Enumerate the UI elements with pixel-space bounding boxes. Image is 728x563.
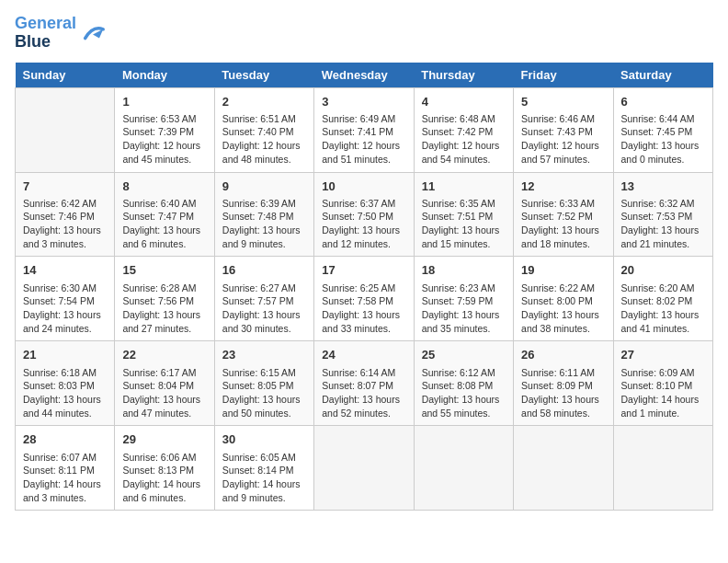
calendar-cell: 23 Sunrise: 6:15 AM Sunset: 8:05 PM Dayl… — [214, 341, 313, 426]
header-thursday: Thursday — [414, 63, 513, 88]
calendar-cell — [16, 87, 115, 172]
day-number: 11 — [422, 178, 506, 195]
calendar-cell: 11 Sunrise: 6:35 AM Sunset: 7:51 PM Dayl… — [414, 172, 513, 257]
cell-content: Sunrise: 6:46 AM Sunset: 7:43 PM Dayligh… — [521, 112, 605, 167]
calendar-cell: 13 Sunrise: 6:32 AM Sunset: 7:53 PM Dayl… — [613, 172, 712, 257]
cell-content: Sunrise: 6:32 AM Sunset: 7:53 PM Dayligh… — [621, 197, 705, 251]
calendar-cell: 26 Sunrise: 6:11 AM Sunset: 8:09 PM Dayl… — [514, 341, 613, 426]
calendar-cell: 27 Sunrise: 6:09 AM Sunset: 8:10 PM Dayl… — [613, 341, 712, 426]
cell-content: Sunrise: 6:23 AM Sunset: 7:59 PM Dayligh… — [422, 282, 506, 336]
day-number: 13 — [621, 178, 705, 195]
header-tuesday: Tuesday — [214, 63, 313, 88]
cell-content: Sunrise: 6:40 AM Sunset: 7:47 PM Dayligh… — [122, 197, 206, 251]
calendar-cell: 18 Sunrise: 6:23 AM Sunset: 7:59 PM Dayl… — [414, 257, 513, 341]
calendar-cell: 8 Sunrise: 6:40 AM Sunset: 7:47 PM Dayli… — [115, 172, 214, 257]
calendar-cell: 2 Sunrise: 6:51 AM Sunset: 7:40 PM Dayli… — [214, 87, 313, 172]
calendar-cell: 21 Sunrise: 6:18 AM Sunset: 8:03 PM Dayl… — [16, 341, 115, 426]
calendar-cell: 19 Sunrise: 6:22 AM Sunset: 8:00 PM Dayl… — [514, 257, 613, 341]
cell-content: Sunrise: 6:05 AM Sunset: 8:14 PM Dayligh… — [222, 451, 306, 505]
cell-content: Sunrise: 6:11 AM Sunset: 8:09 PM Dayligh… — [521, 366, 605, 420]
day-number: 6 — [621, 94, 705, 110]
day-number: 27 — [621, 347, 705, 363]
header-friday: Friday — [514, 63, 613, 88]
day-number: 10 — [322, 178, 405, 195]
day-number: 15 — [122, 262, 206, 279]
calendar-cell: 24 Sunrise: 6:14 AM Sunset: 8:07 PM Dayl… — [314, 341, 414, 426]
day-number: 29 — [122, 431, 206, 448]
calendar-cell — [414, 426, 513, 511]
calendar-cell — [613, 426, 712, 511]
cell-content: Sunrise: 6:06 AM Sunset: 8:13 PM Dayligh… — [122, 451, 206, 505]
week-row-1: 1 Sunrise: 6:53 AM Sunset: 7:39 PM Dayli… — [16, 87, 713, 172]
cell-content: Sunrise: 6:33 AM Sunset: 7:52 PM Dayligh… — [521, 197, 605, 251]
week-row-3: 14 Sunrise: 6:30 AM Sunset: 7:54 PM Dayl… — [16, 257, 713, 341]
day-number: 5 — [521, 94, 605, 110]
week-row-2: 7 Sunrise: 6:42 AM Sunset: 7:46 PM Dayli… — [16, 172, 713, 257]
cell-content: Sunrise: 6:25 AM Sunset: 7:58 PM Dayligh… — [322, 282, 405, 336]
calendar-cell: 15 Sunrise: 6:28 AM Sunset: 7:56 PM Dayl… — [115, 257, 214, 341]
cell-content: Sunrise: 6:15 AM Sunset: 8:05 PM Dayligh… — [222, 366, 306, 420]
cell-content: Sunrise: 6:28 AM Sunset: 7:56 PM Dayligh… — [122, 282, 206, 336]
calendar-cell: 30 Sunrise: 6:05 AM Sunset: 8:14 PM Dayl… — [214, 426, 313, 511]
cell-content: Sunrise: 6:12 AM Sunset: 8:08 PM Dayligh… — [422, 366, 506, 420]
day-number: 4 — [422, 94, 506, 110]
calendar-cell: 22 Sunrise: 6:17 AM Sunset: 8:04 PM Dayl… — [115, 341, 214, 426]
calendar-cell: 7 Sunrise: 6:42 AM Sunset: 7:46 PM Dayli… — [16, 172, 115, 257]
cell-content: Sunrise: 6:14 AM Sunset: 8:07 PM Dayligh… — [322, 366, 405, 420]
page-header: GeneralBlue — [15, 15, 713, 52]
calendar-cell: 16 Sunrise: 6:27 AM Sunset: 7:57 PM Dayl… — [214, 257, 313, 341]
cell-content: Sunrise: 6:17 AM Sunset: 8:04 PM Dayligh… — [122, 366, 206, 420]
calendar-cell: 20 Sunrise: 6:20 AM Sunset: 8:02 PM Dayl… — [613, 257, 712, 341]
calendar-cell: 4 Sunrise: 6:48 AM Sunset: 7:42 PM Dayli… — [414, 87, 513, 172]
cell-content: Sunrise: 6:51 AM Sunset: 7:40 PM Dayligh… — [222, 112, 306, 167]
calendar-cell: 17 Sunrise: 6:25 AM Sunset: 7:58 PM Dayl… — [314, 257, 414, 341]
cell-content: Sunrise: 6:07 AM Sunset: 8:11 PM Dayligh… — [23, 451, 107, 505]
calendar-cell: 9 Sunrise: 6:39 AM Sunset: 7:48 PM Dayli… — [214, 172, 313, 257]
day-number: 18 — [422, 262, 506, 279]
cell-content: Sunrise: 6:53 AM Sunset: 7:39 PM Dayligh… — [122, 112, 206, 167]
calendar-cell: 10 Sunrise: 6:37 AM Sunset: 7:50 PM Dayl… — [314, 172, 414, 257]
day-number: 20 — [621, 262, 705, 279]
day-number: 23 — [222, 347, 306, 363]
week-row-4: 21 Sunrise: 6:18 AM Sunset: 8:03 PM Dayl… — [16, 341, 713, 426]
cell-content: Sunrise: 6:42 AM Sunset: 7:46 PM Dayligh… — [23, 197, 107, 251]
calendar-cell: 3 Sunrise: 6:49 AM Sunset: 7:41 PM Dayli… — [314, 87, 414, 172]
calendar-cell: 25 Sunrise: 6:12 AM Sunset: 8:08 PM Dayl… — [414, 341, 513, 426]
day-number: 16 — [222, 262, 306, 279]
day-number: 3 — [322, 94, 405, 110]
day-number: 19 — [521, 262, 605, 279]
logo-icon — [80, 20, 106, 46]
cell-content: Sunrise: 6:37 AM Sunset: 7:50 PM Dayligh… — [322, 197, 405, 251]
cell-content: Sunrise: 6:39 AM Sunset: 7:48 PM Dayligh… — [222, 197, 306, 251]
logo: GeneralBlue — [15, 15, 106, 52]
calendar-cell: 12 Sunrise: 6:33 AM Sunset: 7:52 PM Dayl… — [514, 172, 613, 257]
calendar-table: SundayMondayTuesdayWednesdayThursdayFrid… — [15, 63, 713, 511]
cell-content: Sunrise: 6:20 AM Sunset: 8:02 PM Dayligh… — [621, 282, 705, 336]
calendar-cell: 1 Sunrise: 6:53 AM Sunset: 7:39 PM Dayli… — [115, 87, 214, 172]
calendar-cell: 28 Sunrise: 6:07 AM Sunset: 8:11 PM Dayl… — [16, 426, 115, 511]
day-number: 2 — [222, 94, 306, 110]
cell-content: Sunrise: 6:27 AM Sunset: 7:57 PM Dayligh… — [222, 282, 306, 336]
cell-content: Sunrise: 6:22 AM Sunset: 8:00 PM Dayligh… — [521, 282, 605, 336]
cell-content: Sunrise: 6:30 AM Sunset: 7:54 PM Dayligh… — [23, 282, 107, 336]
cell-content: Sunrise: 6:49 AM Sunset: 7:41 PM Dayligh… — [322, 112, 405, 167]
day-number: 12 — [521, 178, 605, 195]
day-number: 7 — [23, 178, 107, 195]
day-number: 14 — [23, 262, 107, 279]
day-number: 26 — [521, 347, 605, 363]
calendar-cell: 29 Sunrise: 6:06 AM Sunset: 8:13 PM Dayl… — [115, 426, 214, 511]
day-number: 9 — [222, 178, 306, 195]
header-sunday: Sunday — [16, 63, 115, 88]
calendar-cell: 5 Sunrise: 6:46 AM Sunset: 7:43 PM Dayli… — [514, 87, 613, 172]
calendar-cell: 14 Sunrise: 6:30 AM Sunset: 7:54 PM Dayl… — [16, 257, 115, 341]
calendar-cell — [514, 426, 613, 511]
day-number: 30 — [222, 431, 306, 448]
cell-content: Sunrise: 6:48 AM Sunset: 7:42 PM Dayligh… — [422, 112, 506, 167]
calendar-cell — [314, 426, 414, 511]
day-number: 22 — [122, 347, 206, 363]
day-number: 24 — [322, 347, 405, 363]
day-number: 28 — [23, 431, 107, 448]
day-number: 1 — [122, 94, 206, 110]
header-saturday: Saturday — [613, 63, 712, 88]
calendar-cell: 6 Sunrise: 6:44 AM Sunset: 7:45 PM Dayli… — [613, 87, 712, 172]
